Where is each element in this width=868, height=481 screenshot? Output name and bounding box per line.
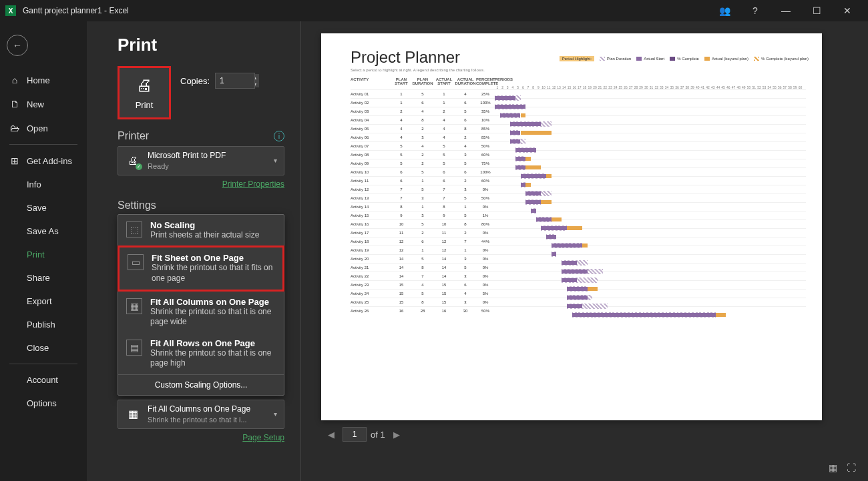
gantt-row: Activity 1610510880%	[351, 219, 806, 228]
scaling-custom[interactable]: Custom Scaling Options...	[118, 374, 284, 395]
scaling-option-none[interactable]: ⬚ No ScalingPrint sheets at their actual…	[118, 215, 284, 246]
gantt-row: Activity 106566100%	[351, 167, 806, 176]
gantt-row: Activity 1812612744%	[351, 237, 806, 246]
legend: Period Highlight: Plan Duration Actual S…	[560, 56, 809, 61]
excel-icon: X	[5, 5, 16, 16]
gantt-row: Activity 021616100%	[351, 98, 806, 107]
scaling-dropdown-current[interactable]: ▦ Fit All Columns on One Page Shrink the…	[118, 400, 284, 429]
info-icon[interactable]: i	[274, 131, 284, 141]
scale-icon: ▦	[125, 406, 141, 422]
printer-icon: 🖨	[125, 153, 141, 169]
sidebar-item-print[interactable]: Print	[0, 243, 87, 266]
fitsheet-icon: ▭	[128, 254, 144, 270]
noscale-icon: ⬚	[126, 221, 142, 237]
sidebar-item-close[interactable]: Close	[0, 336, 87, 360]
preview-page: Project Planner Select a period to highl…	[321, 33, 822, 420]
fitcols-icon: ▦	[126, 298, 142, 314]
sidebar-item-info[interactable]: Info	[0, 173, 87, 196]
page-setup-link[interactable]: Page Setup	[118, 433, 284, 442]
gantt-table: ACTIVITY PLAN START PLAN DURATION ACTUAL…	[351, 77, 806, 315]
preview-subtitle: Select a period to highlight at right. A…	[351, 68, 806, 72]
show-margins-button[interactable]: ▦	[826, 461, 840, 474]
gantt-row: Activity 201451430%	[351, 254, 806, 263]
page-next[interactable]: ▶	[389, 428, 404, 441]
scaling-option-fitsheet[interactable]: ▭ Fit Sheet on One PageShrink the printo…	[118, 246, 284, 291]
backstage-sidebar: ← ⌂Home 🗋New 🗁Open ⊞Get Add-ins Info Sav…	[0, 21, 87, 481]
gantt-row: Activity 08525360%	[351, 150, 806, 159]
sidebar-item-home[interactable]: ⌂Home	[0, 68, 87, 92]
scaling-menu: ⬚ No ScalingPrint sheets at their actual…	[118, 214, 284, 396]
print-button[interactable]: 🖨 Print	[118, 66, 171, 119]
sidebar-item-options[interactable]: Options	[0, 392, 87, 415]
window-title: Gantt project planner1 - Excel	[23, 6, 129, 15]
settings-section-head: Settings	[118, 199, 156, 211]
sidebar-item-saveas[interactable]: Save As	[0, 219, 87, 243]
addins-icon: ⊞	[9, 155, 20, 166]
copies-label: Copies:	[180, 76, 210, 86]
chevron-down-icon: ▾	[274, 410, 277, 418]
new-icon: 🗋	[9, 99, 20, 109]
gantt-row: Activity 04484610%	[351, 115, 806, 124]
titlebar: X Gantt project planner1 - Excel 👥 ? — ☐…	[0, 0, 868, 21]
gantt-row: Activity 05424885%	[351, 124, 806, 133]
sidebar-item-addins[interactable]: ⊞Get Add-ins	[0, 149, 87, 173]
gantt-row: Activity 07545450%	[351, 141, 806, 150]
account-icon[interactable]: 👥	[709, 0, 740, 21]
minimize-button[interactable]: —	[771, 0, 801, 21]
sidebar-item-account[interactable]: Account	[0, 368, 87, 392]
close-button[interactable]: ✕	[832, 0, 863, 21]
home-icon: ⌂	[9, 75, 20, 85]
gantt-row: Activity 06434285%	[351, 133, 806, 141]
maximize-button[interactable]: ☐	[801, 0, 832, 21]
gantt-row: Activity 13737550%	[351, 193, 806, 202]
fitrows-icon: ▤	[126, 340, 142, 356]
copies-input[interactable]	[215, 73, 255, 89]
open-icon: 🗁	[9, 123, 20, 133]
printer-section-head: Printer	[118, 130, 149, 142]
sidebar-item-open[interactable]: 🗁Open	[0, 116, 87, 140]
gantt-row: Activity 1593951%	[351, 211, 806, 219]
page-nav: ◀ of 1 ▶	[321, 427, 861, 442]
scaling-option-fitrows[interactable]: ▤ Fit All Rows on One PageShrink the pri…	[118, 333, 284, 374]
sidebar-item-new[interactable]: 🗋New	[0, 92, 87, 116]
print-preview-pane: Project Planner Select a period to highl…	[300, 21, 868, 481]
gantt-row: Activity 1275730%	[351, 185, 806, 193]
gantt-row: Activity 03242535%	[351, 107, 806, 115]
gantt-row: Activity 1481810%	[351, 202, 806, 211]
gantt-row: Activity 09525575%	[351, 159, 806, 167]
page-total: of 1	[371, 430, 385, 440]
sidebar-item-save[interactable]: Save	[0, 196, 87, 219]
scaling-option-fitcols[interactable]: ▦ Fit All Columns on One PageShrink the …	[118, 292, 284, 333]
printer-properties-link[interactable]: Printer Properties	[118, 179, 284, 189]
back-button[interactable]: ←	[7, 35, 28, 56]
gantt-row: Activity 11616260%	[351, 176, 806, 185]
page-prev[interactable]: ◀	[324, 428, 339, 441]
sidebar-item-share[interactable]: Share	[0, 266, 87, 290]
sidebar-item-export[interactable]: Export	[0, 290, 87, 313]
printer-dropdown[interactable]: 🖨 Microsoft Print to PDF Ready ▾	[118, 146, 284, 175]
print-heading: Print	[118, 35, 284, 55]
page-current-input[interactable]	[343, 427, 367, 442]
zoom-fit-button[interactable]: ⛶	[844, 461, 859, 474]
gantt-row: Activity 01151425%	[351, 89, 806, 98]
help-button[interactable]: ?	[740, 0, 771, 21]
print-icon: 🖨	[136, 76, 152, 95]
chevron-down-icon: ▾	[274, 157, 277, 164]
print-panel: Print 🖨 Print Copies: ▲ ▼ Printer i	[87, 21, 300, 481]
sidebar-item-publish[interactable]: Publish	[0, 313, 87, 336]
